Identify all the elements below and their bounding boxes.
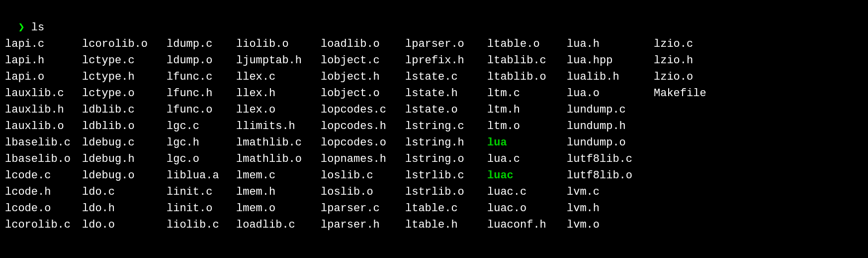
file-entry: lvm.o bbox=[567, 217, 654, 233]
file-entry: lauxlib.c bbox=[5, 85, 82, 102]
file-entry: lmem.c bbox=[236, 167, 321, 184]
file-entry: lctype.o bbox=[82, 85, 167, 102]
file-entry: linit.o bbox=[167, 200, 236, 217]
file-entry: lbaselib.c bbox=[5, 134, 82, 151]
ls-row: lapi.olctype.hlfunc.cllex.clobject.hlsta… bbox=[5, 69, 863, 85]
ls-row: lapi.clcorolib.oldump.cliolib.oloadlib.o… bbox=[5, 36, 863, 52]
file-entry: lundump.h bbox=[567, 118, 654, 134]
file-entry: ldo.o bbox=[82, 217, 167, 233]
file-entry: lstring.h bbox=[405, 134, 487, 151]
file-entry: lmem.o bbox=[236, 200, 321, 217]
file-entry: lctype.h bbox=[82, 69, 167, 85]
file-entry: lparser.o bbox=[405, 36, 487, 52]
file-entry: lprefix.h bbox=[405, 52, 487, 69]
file-entry: llex.o bbox=[236, 102, 321, 118]
ls-row: lcode.hldo.clinit.clmem.hloslib.olstrlib… bbox=[5, 184, 863, 200]
file-entry: lobject.o bbox=[321, 85, 405, 102]
file-entry: ltablib.o bbox=[487, 69, 567, 85]
file-entry: lgc.h bbox=[167, 134, 236, 151]
file-entry: luaconf.h bbox=[487, 217, 567, 233]
ls-row: lauxlib.hldblib.clfunc.ollex.olopcodes.c… bbox=[5, 102, 863, 118]
file-entry: ltable.h bbox=[405, 217, 487, 233]
ls-row: lbaselib.cldebug.clgc.hlmathlib.clopcode… bbox=[5, 134, 863, 151]
file-entry: lundump.o bbox=[567, 134, 654, 151]
file-entry: lapi.o bbox=[5, 69, 82, 85]
file-entry: lstate.c bbox=[405, 69, 487, 85]
prompt-line: ❯ ls bbox=[5, 3, 863, 36]
file-entry: lapi.c bbox=[5, 36, 82, 52]
file-entry: lzio.c bbox=[654, 36, 723, 52]
file-entry: lstrlib.c bbox=[405, 167, 487, 184]
file-entry: luac bbox=[487, 167, 567, 184]
ls-row: lbaselib.oldebug.hlgc.olmathlib.olopname… bbox=[5, 151, 863, 167]
file-entry: lcode.c bbox=[5, 167, 82, 184]
command-text[interactable]: ls bbox=[31, 21, 44, 34]
file-entry: llex.h bbox=[236, 85, 321, 102]
file-entry: lua.hpp bbox=[567, 52, 654, 69]
file-entry: lopcodes.c bbox=[321, 102, 405, 118]
file-entry: lgc.c bbox=[167, 118, 236, 134]
ls-output: lapi.clcorolib.oldump.cliolib.oloadlib.o… bbox=[5, 36, 863, 233]
file-entry: lstate.h bbox=[405, 85, 487, 102]
file-entry: lstring.c bbox=[405, 118, 487, 134]
file-entry: lmathlib.o bbox=[236, 151, 321, 167]
file-entry: lstrlib.o bbox=[405, 184, 487, 200]
file-entry: luac.o bbox=[487, 200, 567, 217]
file-entry: lundump.c bbox=[567, 102, 654, 118]
file-entry: lutf8lib.o bbox=[567, 167, 654, 184]
file-entry: ltable.c bbox=[405, 200, 487, 217]
file-entry: lstring.o bbox=[405, 151, 487, 167]
file-entry: loslib.c bbox=[321, 167, 405, 184]
file-entry: ldblib.c bbox=[82, 102, 167, 118]
file-entry: lzio.o bbox=[654, 69, 723, 85]
file-entry: llex.c bbox=[236, 69, 321, 85]
file-entry: lualib.h bbox=[567, 69, 654, 85]
ls-row: lauxlib.oldblib.olgc.cllimits.hlopcodes.… bbox=[5, 118, 863, 134]
file-entry: lbaselib.o bbox=[5, 151, 82, 167]
prompt-symbol: ❯ bbox=[18, 21, 24, 34]
file-entry: liolib.c bbox=[167, 217, 236, 233]
file-entry: ldebug.h bbox=[82, 151, 167, 167]
file-entry: loadlib.c bbox=[236, 217, 321, 233]
file-entry: lzio.h bbox=[654, 52, 723, 69]
file-entry: lauxlib.o bbox=[5, 118, 82, 134]
file-entry: lobject.h bbox=[321, 69, 405, 85]
file-entry: lfunc.c bbox=[167, 69, 236, 85]
executable-file: luac bbox=[487, 169, 514, 182]
file-entry: lopnames.h bbox=[321, 151, 405, 167]
file-entry: lutf8lib.c bbox=[567, 151, 654, 167]
file-entry: lua.o bbox=[567, 85, 654, 102]
file-entry: lcode.h bbox=[5, 184, 82, 200]
file-entry: lopcodes.o bbox=[321, 134, 405, 151]
ls-row: lauxlib.clctype.olfunc.hllex.hlobject.ol… bbox=[5, 85, 863, 102]
file-entry: lvm.h bbox=[567, 200, 654, 217]
ls-row: lapi.hlctype.cldump.oljumptab.hlobject.c… bbox=[5, 52, 863, 69]
file-entry: Makefile bbox=[654, 85, 723, 102]
file-entry: lfunc.o bbox=[167, 102, 236, 118]
file-entry: ldump.c bbox=[167, 36, 236, 52]
file-entry: lctype.c bbox=[82, 52, 167, 69]
file-entry: ljumptab.h bbox=[236, 52, 321, 69]
file-entry: lfunc.h bbox=[167, 85, 236, 102]
file-entry: ltable.o bbox=[487, 36, 567, 52]
file-entry: ltm.o bbox=[487, 118, 567, 134]
file-entry: lapi.h bbox=[5, 52, 82, 69]
executable-file: lua bbox=[487, 136, 507, 149]
file-entry: lua.c bbox=[487, 151, 567, 167]
file-entry: lparser.h bbox=[321, 217, 405, 233]
file-entry: llimits.h bbox=[236, 118, 321, 134]
file-entry: lmem.h bbox=[236, 184, 321, 200]
file-entry: lmathlib.c bbox=[236, 134, 321, 151]
file-entry: lcode.o bbox=[5, 200, 82, 217]
file-entry: lvm.c bbox=[567, 184, 654, 200]
ls-row: lcode.cldebug.oliblua.almem.closlib.clst… bbox=[5, 167, 863, 184]
file-entry: loadlib.o bbox=[321, 36, 405, 52]
file-entry: ldump.o bbox=[167, 52, 236, 69]
file-entry: ldo.c bbox=[82, 184, 167, 200]
file-entry: lauxlib.h bbox=[5, 102, 82, 118]
file-entry: liblua.a bbox=[167, 167, 236, 184]
file-entry: ldblib.o bbox=[82, 118, 167, 134]
file-entry: lopcodes.h bbox=[321, 118, 405, 134]
file-entry: lua.h bbox=[567, 36, 654, 52]
file-entry: lgc.o bbox=[167, 151, 236, 167]
